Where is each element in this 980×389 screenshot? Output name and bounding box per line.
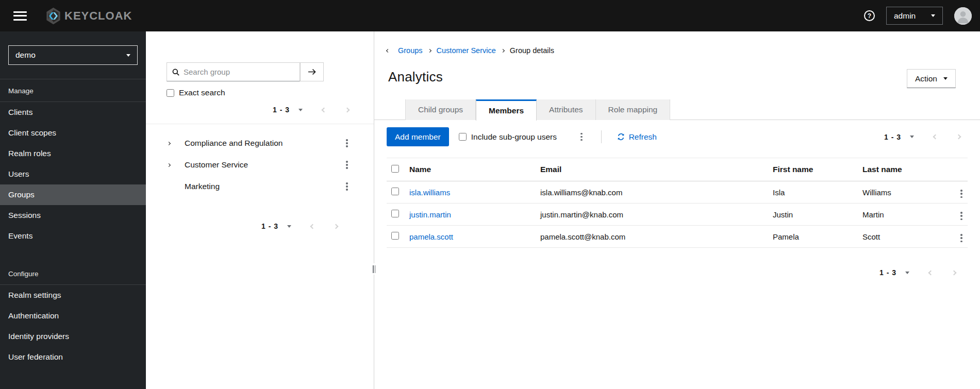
column-header-first-name[interactable]: First name	[773, 158, 862, 181]
pagination-prev-button[interactable]	[311, 225, 314, 228]
sidebar-item-events[interactable]: Events	[0, 226, 146, 246]
members-toolbar: Add member Include sub-group users Refre…	[387, 127, 960, 146]
keycloak-hexagon-icon	[45, 7, 61, 25]
row-checkbox[interactable]	[391, 188, 399, 195]
include-subgroups-checkbox[interactable]	[459, 133, 467, 141]
pagination-prev-button[interactable]	[322, 108, 326, 112]
row-kebab-icon[interactable]	[957, 188, 966, 200]
select-all-checkbox[interactable]	[391, 165, 399, 173]
expand-icon[interactable]	[168, 164, 179, 166]
pagination-range[interactable]: 1 - 3	[261, 222, 278, 230]
chevron-down-icon[interactable]	[905, 272, 909, 274]
member-name-link[interactable]: isla.williams	[409, 188, 450, 197]
kebab-menu-icon[interactable]	[343, 137, 351, 149]
sidebar-item-authentication[interactable]: Authentication	[0, 306, 146, 326]
refresh-button[interactable]: Refresh	[617, 132, 657, 142]
kebab-menu-icon[interactable]	[343, 180, 351, 193]
page-title: Analytics	[388, 69, 443, 85]
breadcrumb-link-customer-service[interactable]: Customer Service	[437, 46, 496, 55]
sidebar-item-realm-settings[interactable]: Realm settings	[0, 285, 146, 306]
tab-role-mapping[interactable]: Role mapping	[596, 99, 671, 120]
search-group-input[interactable]	[184, 67, 294, 76]
row-checkbox[interactable]	[391, 210, 399, 217]
chevron-down-icon[interactable]	[910, 136, 914, 138]
table-pagination-top: 1 - 3	[884, 133, 960, 141]
user-menu-dropdown[interactable]: admin	[886, 7, 943, 25]
member-first-name: Justin	[773, 204, 862, 226]
breadcrumb-link-groups[interactable]: Groups	[398, 46, 423, 55]
sidebar-item-identity-providers[interactable]: Identity providers	[0, 326, 146, 347]
nav-section-manage: Manage	[0, 79, 146, 102]
realm-name: demo	[15, 50, 36, 60]
pagination-range[interactable]: 1 - 3	[879, 268, 896, 277]
chevron-down-icon[interactable]	[287, 225, 291, 228]
sidebar-item-sessions[interactable]: Sessions	[0, 205, 146, 226]
member-first-name: Pamela	[773, 226, 862, 248]
chevron-down-icon	[126, 54, 130, 57]
tab-child-groups[interactable]: Child groups	[405, 99, 476, 120]
chevron-right-icon	[428, 49, 431, 52]
group-details-main: Groups Customer Service Group details An…	[374, 31, 980, 389]
search-submit-button[interactable]	[300, 62, 324, 81]
refresh-label: Refresh	[629, 132, 657, 142]
tab-members[interactable]: Members	[476, 99, 537, 121]
pagination-next-button[interactable]	[952, 271, 956, 275]
tree-item-label[interactable]: Compliance and Regulation	[185, 139, 343, 148]
member-row: justin.martin justin.martin@knab.com Jus…	[387, 204, 968, 226]
sidebar-item-user-federation[interactable]: User federation	[0, 347, 146, 367]
member-first-name: Isla	[773, 181, 862, 204]
sidebar-item-groups[interactable]: Groups	[0, 184, 146, 205]
exact-search-checkbox[interactable]	[167, 89, 174, 97]
expand-icon[interactable]	[168, 142, 179, 145]
member-email: justin.martin@knab.com	[540, 204, 773, 226]
tree-item-compliance-and-regulation: Compliance and Regulation	[146, 132, 374, 154]
member-last-name: Williams	[862, 181, 944, 204]
help-icon[interactable]: ?	[864, 10, 875, 21]
tree-item-label[interactable]: Marketing	[185, 182, 343, 191]
column-header-last-name[interactable]: Last name	[862, 158, 944, 181]
pagination-next-button[interactable]	[957, 135, 960, 139]
column-header-name[interactable]: Name	[409, 158, 540, 181]
member-last-name: Scott	[862, 226, 944, 248]
panel-resize-handle[interactable]	[371, 263, 377, 275]
sidebar-item-users[interactable]: Users	[0, 164, 146, 184]
row-checkbox[interactable]	[391, 232, 399, 240]
sidebar-item-realm-roles[interactable]: Realm roles	[0, 143, 146, 164]
tree-pagination-top: 1 - 3	[273, 106, 349, 114]
keycloak-logo: KEYCLOAK	[45, 7, 132, 25]
hamburger-menu-icon[interactable]	[13, 11, 27, 21]
sidebar-item-clients[interactable]: Clients	[0, 102, 146, 123]
pagination-prev-button[interactable]	[929, 271, 933, 275]
add-member-button[interactable]: Add member	[387, 127, 449, 146]
search-icon	[172, 69, 179, 76]
action-dropdown[interactable]: Action	[907, 69, 956, 88]
back-chevron-icon[interactable]	[387, 49, 389, 52]
breadcrumb: Groups Customer Service Group details	[387, 46, 554, 55]
groups-tree: Compliance and Regulation Customer Servi…	[146, 132, 374, 197]
row-kebab-icon[interactable]	[957, 210, 966, 222]
exact-search-label: Exact search	[179, 88, 225, 97]
nav-section-configure: Configure	[0, 262, 146, 285]
sidebar-item-client-scopes[interactable]: Client scopes	[0, 123, 146, 143]
sidebar: demo Manage Clients Client scopes Realm …	[0, 31, 146, 389]
tree-item-label[interactable]: Customer Service	[185, 160, 343, 170]
row-kebab-icon[interactable]	[957, 232, 966, 244]
kebab-menu-icon[interactable]	[343, 159, 351, 171]
tab-attributes[interactable]: Attributes	[537, 99, 595, 120]
pagination-prev-button[interactable]	[934, 135, 937, 139]
chevron-right-icon	[502, 49, 504, 52]
column-header-email[interactable]: Email	[540, 158, 773, 181]
chevron-down-icon[interactable]	[298, 109, 303, 111]
pagination-next-button[interactable]	[345, 108, 349, 112]
member-name-link[interactable]: pamela.scott	[409, 232, 453, 241]
realm-selector[interactable]: demo	[8, 45, 138, 65]
pagination-next-button[interactable]	[334, 225, 338, 228]
avatar[interactable]	[954, 7, 972, 25]
toolbar-kebab-icon[interactable]	[577, 131, 586, 143]
username: admin	[894, 11, 916, 21]
member-name-link[interactable]: justin.martin	[409, 210, 451, 219]
member-email: pamela.scott@knab.com	[540, 226, 773, 248]
pagination-range[interactable]: 1 - 3	[884, 133, 901, 141]
brand-text: KEYCLOAK	[64, 9, 132, 23]
pagination-range[interactable]: 1 - 3	[273, 106, 290, 114]
